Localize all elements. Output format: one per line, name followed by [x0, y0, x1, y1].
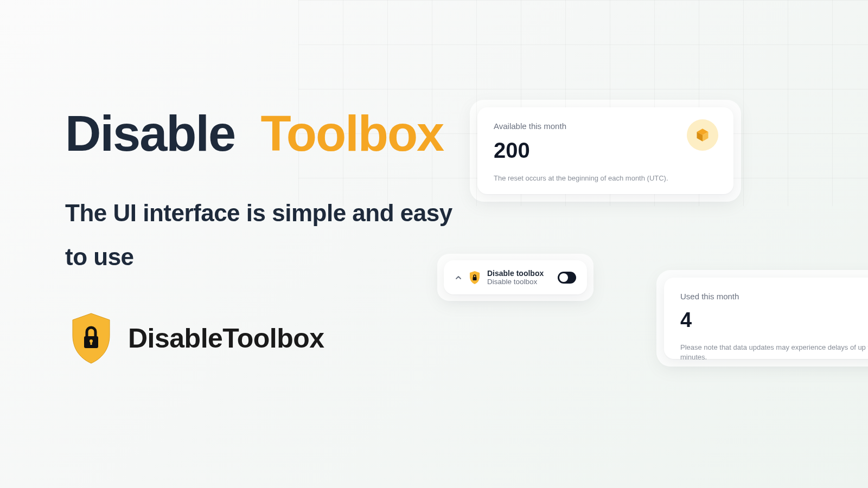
- brand-lockup: DisableToolbox: [69, 312, 324, 364]
- hero-section: Disable Toolbox The UI interface is simp…: [65, 108, 456, 279]
- stat-label: Used this month: [680, 292, 868, 301]
- cube-icon: [687, 119, 718, 151]
- stat-value: 200: [494, 138, 717, 163]
- chevron-up-icon[interactable]: [455, 274, 462, 281]
- toggle-card-disable-toolbox: Disable toolbox Disable toolbox: [444, 260, 587, 294]
- switch-knob: [559, 273, 568, 282]
- svg-rect-2: [91, 342, 92, 345]
- stat-card-available: Available this month 200 The reset occur…: [477, 107, 733, 194]
- hero-subtitle: The UI interface is simple and easy to u…: [65, 191, 456, 279]
- stat-value: 4: [680, 309, 868, 332]
- svg-rect-3: [473, 277, 477, 280]
- hero-title-primary: Disable: [65, 106, 235, 161]
- stat-card-used: Used this month 4 Please note that data …: [664, 278, 868, 359]
- brand-name: DisableToolbox: [128, 323, 324, 354]
- toggle-subtitle: Disable toolbox: [487, 278, 551, 286]
- shield-lock-icon: [469, 271, 481, 285]
- stat-note: Please note that data updates may experi…: [680, 343, 868, 362]
- stat-note: The reset occurs at the beginning of eac…: [494, 174, 717, 183]
- stat-label: Available this month: [494, 121, 717, 131]
- toggle-title: Disable toolbox: [487, 269, 551, 278]
- hero-title: Disable Toolbox: [65, 108, 456, 159]
- toggle-labels: Disable toolbox Disable toolbox: [487, 269, 551, 286]
- hero-title-accent: Toolbox: [260, 106, 443, 161]
- shield-lock-icon: [69, 312, 113, 364]
- disable-toolbox-switch[interactable]: [558, 272, 576, 284]
